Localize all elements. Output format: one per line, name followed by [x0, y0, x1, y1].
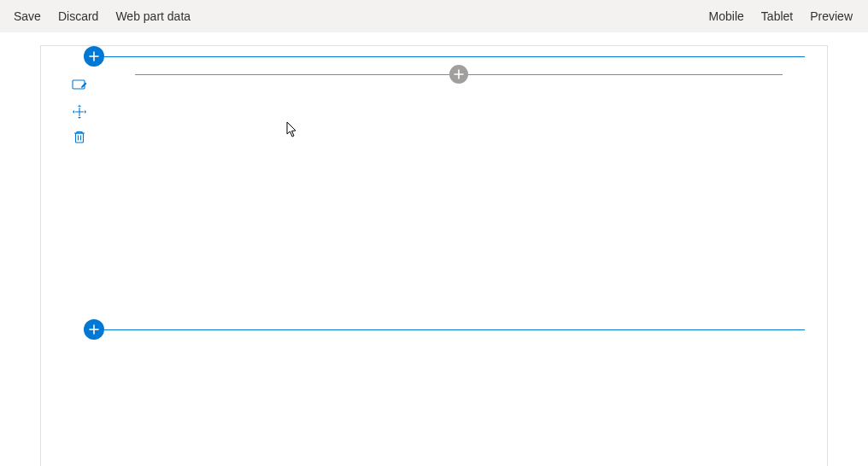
save-button[interactable]: Save [14, 9, 41, 23]
webpart-toolbar [72, 79, 87, 145]
add-webpart-button[interactable] [135, 65, 783, 84]
tablet-view-button[interactable]: Tablet [761, 9, 793, 23]
add-section-button-bottom[interactable] [84, 319, 805, 340]
section-divider [104, 329, 805, 330]
canvas-wrapper [0, 32, 868, 466]
discard-button[interactable]: Discard [58, 9, 98, 23]
trash-icon [72, 130, 87, 145]
page-canvas [40, 45, 828, 466]
section-divider [104, 56, 805, 57]
plus-icon [84, 46, 104, 67]
webpart-divider [468, 74, 783, 75]
add-section-button-top[interactable] [84, 46, 805, 67]
command-bar: Save Discard Web part data Mobile Tablet… [0, 0, 868, 32]
webpart-data-button[interactable]: Web part data [115, 9, 191, 23]
mobile-view-button[interactable]: Mobile [709, 9, 744, 23]
move-webpart-button[interactable] [72, 104, 87, 119]
plus-icon [84, 319, 104, 340]
edit-icon [72, 79, 87, 94]
delete-webpart-button[interactable] [72, 130, 87, 145]
preview-button[interactable]: Preview [810, 9, 853, 23]
webpart-divider [135, 74, 449, 75]
edit-webpart-button[interactable] [72, 79, 87, 94]
plus-icon [449, 65, 468, 84]
svg-rect-1 [76, 133, 84, 143]
command-bar-right: Mobile Tablet Preview [709, 9, 853, 23]
move-icon [72, 104, 87, 119]
command-bar-left: Save Discard Web part data [14, 9, 191, 23]
cursor-icon [286, 121, 298, 138]
